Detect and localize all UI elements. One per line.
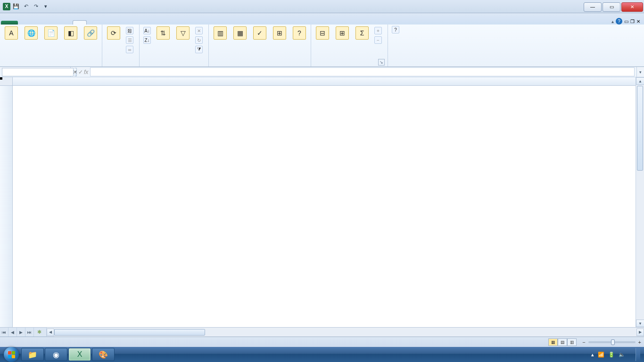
sheet-nav-last[interactable]: ⏭ — [25, 328, 34, 337]
sort-button[interactable]: ⇅ — [154, 25, 173, 41]
tab-formulas[interactable] — [59, 21, 73, 25]
subtotal-button[interactable]: Σ — [353, 25, 372, 41]
cells[interactable] — [13, 86, 636, 327]
vertical-scrollbar[interactable]: ▲ ▼ — [636, 77, 644, 327]
outline-launcher[interactable]: ↘ — [378, 59, 385, 66]
taskbar-explorer[interactable]: 📁 — [21, 348, 44, 361]
select-all-corner[interactable] — [0, 77, 13, 86]
scroll-left-icon[interactable]: ◀ — [47, 329, 54, 336]
taskbar-chrome[interactable]: ◉ — [45, 348, 67, 361]
text-to-columns-button[interactable]: ▥ — [211, 25, 230, 41]
titlebar: X 💾 ↶ ↷ ▾ — ▭ ✕ — [0, 0, 644, 13]
filter-button[interactable]: ▽ — [173, 25, 192, 41]
restore-button[interactable]: ▭ — [603, 2, 620, 12]
solver-icon: ? — [392, 26, 399, 33]
horizontal-scroll-thumb[interactable] — [54, 329, 205, 336]
expand-formula-bar[interactable]: ▾ — [636, 67, 644, 77]
undo-button[interactable]: ↶ — [22, 2, 30, 11]
worksheet-grid[interactable]: ▲ ▼ — [0, 77, 644, 327]
sheet-nav-next[interactable]: ▶ — [17, 328, 25, 337]
row-headers[interactable] — [0, 86, 13, 327]
page-break-view-button[interactable]: ▥ — [567, 338, 577, 346]
redo-button[interactable]: ↷ — [32, 2, 40, 11]
properties-icon: ☰ — [126, 36, 133, 44]
from-text-button[interactable]: 📄 — [41, 25, 60, 41]
data-validation-button[interactable]: ✓ — [250, 25, 269, 41]
connections-button[interactable]: ⛓ — [124, 26, 137, 35]
new-sheet-button[interactable]: ✱ — [34, 328, 44, 337]
from-other-sources-button[interactable]: ◧ — [61, 25, 80, 41]
normal-view-button[interactable]: ▦ — [548, 338, 558, 346]
zoom-thumb[interactable] — [611, 339, 615, 345]
status-bar: ▦ ▤ ▥ − + — [0, 337, 644, 347]
start-button[interactable] — [2, 347, 21, 362]
column-headers[interactable] — [13, 77, 636, 86]
taskbar-excel[interactable]: X — [68, 348, 91, 361]
from-web-button[interactable]: 🌐 — [22, 25, 41, 41]
consolidate-icon: ⊞ — [273, 26, 286, 40]
existing-connections-button[interactable]: 🔗 — [81, 25, 100, 41]
qat-customize[interactable]: ▾ — [41, 2, 50, 11]
sort-asc-button[interactable]: A↓ — [141, 26, 153, 35]
reapply-button[interactable]: ↻ — [193, 36, 206, 44]
zoom-slider[interactable] — [588, 341, 636, 343]
from-access-button[interactable]: A — [2, 25, 21, 41]
ungroup-button[interactable]: ⊞ — [333, 25, 352, 41]
remove-duplicates-button[interactable]: ▦ — [231, 25, 249, 41]
properties-button[interactable]: ☰ — [124, 36, 137, 44]
tray-arrow-icon[interactable]: ▴ — [591, 352, 594, 358]
group-button[interactable]: ⊟ — [313, 25, 332, 41]
hide-detail-button[interactable]: − — [372, 36, 386, 44]
vertical-scroll-thumb[interactable] — [637, 86, 643, 171]
tab-page-layout[interactable] — [46, 21, 59, 25]
sheet-nav-prev[interactable]: ◀ — [8, 328, 17, 337]
minimize-ribbon-icon[interactable]: ▴ — [611, 19, 614, 24]
taskbar-paint[interactable]: 🎨 — [92, 348, 115, 361]
window-min-icon[interactable]: ▭ — [624, 19, 628, 24]
page-layout-view-button[interactable]: ▤ — [558, 338, 567, 346]
access-icon: A — [5, 26, 18, 40]
tab-data[interactable] — [73, 20, 87, 25]
scroll-right-icon[interactable]: ▶ — [636, 329, 644, 336]
zoom-in-button[interactable]: + — [638, 339, 641, 345]
solver-button[interactable]: ? — [390, 25, 403, 34]
group-icon: ⊟ — [316, 26, 329, 40]
scroll-up-icon[interactable]: ▲ — [636, 77, 644, 85]
ribbon: A 🌐 📄 ◧ 🔗 ⟳ ⛓ ☰ ∞ A↓ Z↓ ⇅ ▽ ✕ — [0, 25, 644, 67]
tab-view[interactable] — [100, 21, 113, 25]
edit-links-button[interactable]: ∞ — [124, 45, 137, 54]
name-box-input[interactable] — [2, 68, 74, 76]
tab-review[interactable] — [87, 21, 100, 25]
workbook-close-icon[interactable]: ✕ — [636, 19, 640, 24]
show-detail-button[interactable]: + — [372, 26, 386, 35]
consolidate-button[interactable]: ⊞ — [270, 25, 289, 41]
volume-icon[interactable]: 🔈 — [619, 352, 625, 358]
whatif-button[interactable]: ? — [290, 25, 309, 41]
refresh-all-button[interactable]: ⟳ — [104, 25, 123, 41]
sheet-nav-first[interactable]: ⏮ — [0, 328, 8, 337]
fx-icon[interactable]: fx — [84, 69, 88, 75]
minimize-button[interactable]: — — [584, 2, 602, 12]
clear-button[interactable]: ✕ — [193, 26, 206, 35]
advanced-button[interactable]: ⧩ — [193, 45, 206, 54]
file-tab[interactable] — [1, 21, 18, 25]
scroll-down-icon[interactable]: ▼ — [636, 320, 644, 327]
tab-add-ins[interactable] — [113, 21, 126, 25]
reapply-icon: ↻ — [195, 36, 203, 44]
help-icon[interactable]: ? — [616, 18, 622, 25]
close-button[interactable]: ✕ — [621, 2, 643, 12]
zoom-out-button[interactable]: − — [582, 339, 585, 345]
show-desktop-button[interactable] — [636, 348, 640, 361]
whatif-icon: ? — [293, 26, 306, 40]
wifi-icon[interactable]: 📶 — [598, 352, 604, 358]
battery-icon[interactable]: 🔋 — [608, 352, 615, 358]
tab-home[interactable] — [20, 21, 33, 25]
tab-insert[interactable] — [33, 21, 46, 25]
text-icon: 📄 — [44, 26, 58, 40]
save-button[interactable]: 💾 — [12, 2, 20, 11]
horizontal-scrollbar[interactable]: ◀ ▶ — [46, 328, 644, 337]
sort-desc-button[interactable]: Z↓ — [141, 36, 153, 44]
formula-input[interactable] — [90, 67, 635, 76]
show-detail-icon: + — [374, 27, 382, 34]
window-restore-icon[interactable]: ❐ — [630, 19, 635, 24]
